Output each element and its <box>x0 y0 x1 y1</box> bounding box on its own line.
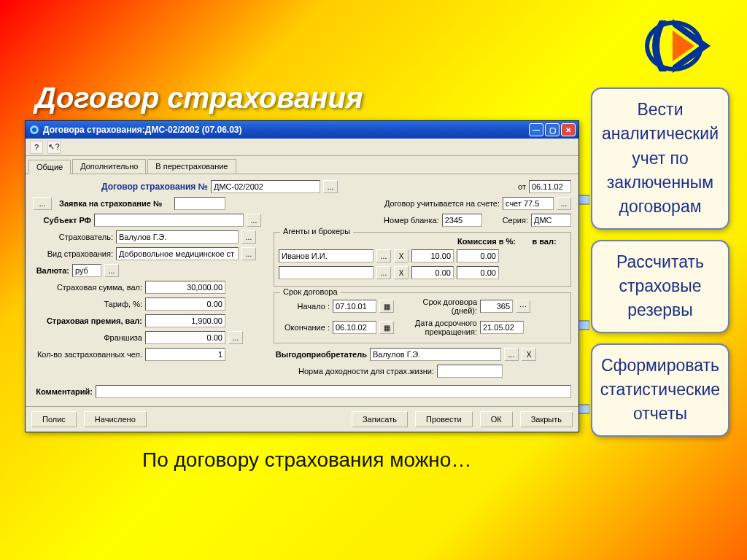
series-field[interactable]: ДМС <box>531 214 571 227</box>
end-cal[interactable]: ▦ <box>379 321 394 334</box>
sum-field[interactable]: 30,000.00 <box>145 281 225 294</box>
button-bar: Полис Начислено Записать Провести ОК Зак… <box>26 406 578 432</box>
app-icon <box>28 124 40 136</box>
subject-lookup[interactable]: ... <box>247 214 261 227</box>
tariff-label: Тариф, %: <box>33 300 142 308</box>
agents-group-title: Агенты и брокеры <box>280 227 353 236</box>
start-cal[interactable]: ▦ <box>379 300 394 313</box>
beneficiary-field[interactable]: Валулов Г.Э. <box>370 348 501 361</box>
application-no-field[interactable] <box>174 197 225 210</box>
earlyterm-field[interactable]: 21.05.02 <box>480 321 524 334</box>
agent2-val-field[interactable]: 0.00 <box>457 266 499 279</box>
beneficiary-label: Выгодоприобретатель <box>274 350 367 359</box>
side-box-analytics: Вести аналитический учет по заключенным … <box>591 88 729 230</box>
premium-field[interactable]: 1,900.00 <box>145 314 225 327</box>
term-group: Срок договора Начало : 07.10.01 ▦ Срок д… <box>274 292 571 343</box>
profit-field[interactable] <box>437 365 503 378</box>
agent2-pct-field[interactable]: 0.00 <box>411 266 454 279</box>
type-lookup[interactable]: ... <box>241 247 256 260</box>
account-label: Договор учитывается на счете: <box>384 199 500 208</box>
start-field[interactable]: 07.10.01 <box>333 300 376 313</box>
svg-point-4 <box>32 128 36 132</box>
agent1-pct-field[interactable]: 10.00 <box>411 249 454 262</box>
application-lookup-btn[interactable]: ... <box>33 197 52 210</box>
beneficiary-lookup[interactable]: ... <box>504 348 519 361</box>
close-button[interactable]: ✕ <box>561 123 576 136</box>
persons-field[interactable]: 1 <box>145 348 225 361</box>
comment-label: Комментарий: <box>33 387 93 396</box>
currency-label: Валюта: <box>33 266 69 275</box>
app-window: Договора страхования:ДМС-02/2002 (07.06.… <box>25 120 579 432</box>
end-label: Окончание : <box>279 323 330 332</box>
end-field[interactable]: 06.10.02 <box>333 321 376 334</box>
premium-label: Страховая премия, вал: <box>33 316 142 325</box>
pointer-help-button[interactable]: ↖? <box>47 141 61 154</box>
minimize-button[interactable]: — <box>529 123 543 136</box>
insurer-lookup[interactable]: ... <box>241 230 256 244</box>
comment-field[interactable] <box>96 385 571 398</box>
type-label: Вид страхования: <box>33 249 113 258</box>
contract-no-field[interactable]: ДМС-02/2002 <box>211 180 320 193</box>
policy-button[interactable]: Полис <box>31 411 77 427</box>
subject-field[interactable] <box>94 214 244 227</box>
accrued-button[interactable]: Начислено <box>84 411 147 427</box>
window-title: Договора страхования:ДМС-02/2002 (07.06.… <box>43 125 527 135</box>
subject-label: Субъект РФ <box>33 216 91 225</box>
slide-title: Договор страхования <box>35 82 363 114</box>
company-logo <box>630 13 718 79</box>
post-button[interactable]: Провести <box>415 411 473 427</box>
application-label: Заявка на страхование № <box>55 199 171 208</box>
side-box-reports: Сформировать статистические отчеты <box>591 343 729 437</box>
contract-no-label: Договор страхования № <box>33 182 208 192</box>
franchise-lookup[interactable]: ... <box>228 331 243 344</box>
agent1-clear[interactable]: X <box>394 249 409 262</box>
tab-additional[interactable]: Дополнительно <box>72 159 146 174</box>
tab-general[interactable]: Общие <box>28 160 71 174</box>
blank-field[interactable]: 2345 <box>442 214 482 227</box>
term-group-title: Срок договора <box>280 287 341 296</box>
days-calc[interactable]: ⋯ <box>516 300 530 313</box>
currency-field[interactable]: руб <box>72 264 101 277</box>
insurer-label: Страхователь: <box>33 233 113 241</box>
tab-reinsurance[interactable]: В перестрахование <box>147 159 236 174</box>
inval-label: в вал: <box>522 237 566 246</box>
beneficiary-clear[interactable]: X <box>522 348 536 361</box>
titlebar[interactable]: Договора страхования:ДМС-02/2002 (07.06.… <box>26 121 578 139</box>
toolbar: ? ↖? <box>26 139 578 156</box>
agent1-val-field[interactable]: 0.00 <box>457 249 499 262</box>
save-button[interactable]: Записать <box>352 411 408 427</box>
earlyterm-label: Дата досрочного прекращения: <box>397 319 477 336</box>
account-field[interactable]: счет 77.5 <box>503 197 554 210</box>
agent1-field[interactable]: Иванов И.И. <box>279 249 374 262</box>
slide-caption: По договору страхования можно… <box>142 448 471 472</box>
franchise-field[interactable]: 0.00 <box>145 331 225 344</box>
maximize-button[interactable]: ▢ <box>545 123 560 136</box>
franchise-label: Франшиза <box>33 333 142 342</box>
side-panel: Вести аналитический учет по заключенным … <box>591 88 729 437</box>
agent2-clear[interactable]: X <box>394 266 409 279</box>
sum-label: Страховая сумма, вал: <box>33 283 142 292</box>
start-label: Начало : <box>279 302 330 311</box>
commission-label: Комиссия в %: <box>454 237 519 246</box>
agent2-field[interactable] <box>279 266 374 279</box>
help-button[interactable]: ? <box>30 141 43 154</box>
days-label: Срок договора (дней): <box>397 298 477 315</box>
agent2-lookup[interactable]: ... <box>376 266 391 279</box>
from-label: от <box>518 182 526 191</box>
blank-label: Номер бланка: <box>384 216 439 225</box>
agent1-lookup[interactable]: ... <box>376 249 391 262</box>
insurer-field[interactable]: Валулов Г.Э. <box>116 230 239 244</box>
ok-button[interactable]: ОК <box>480 411 513 427</box>
side-box-reserves: Рассчитать страховые резервы <box>591 240 729 333</box>
tabs: Общие Дополнительно В перестрахование <box>26 156 578 174</box>
close-form-button[interactable]: Закрыть <box>520 411 573 427</box>
contract-no-lookup[interactable]: ... <box>323 180 338 193</box>
from-date-field[interactable]: 06.11.02 <box>529 180 571 193</box>
tariff-field[interactable]: 0.00 <box>145 298 225 311</box>
form-body: Договор страхования № ДМС-02/2002 ... от… <box>26 174 578 406</box>
persons-label: Кол-во застрахованных чел. <box>33 350 142 359</box>
currency-lookup[interactable]: ... <box>104 264 119 277</box>
days-field[interactable]: 365 <box>480 300 513 313</box>
type-field[interactable]: Добровольное медицинское ст <box>116 247 239 260</box>
account-lookup[interactable]: ... <box>557 197 571 210</box>
